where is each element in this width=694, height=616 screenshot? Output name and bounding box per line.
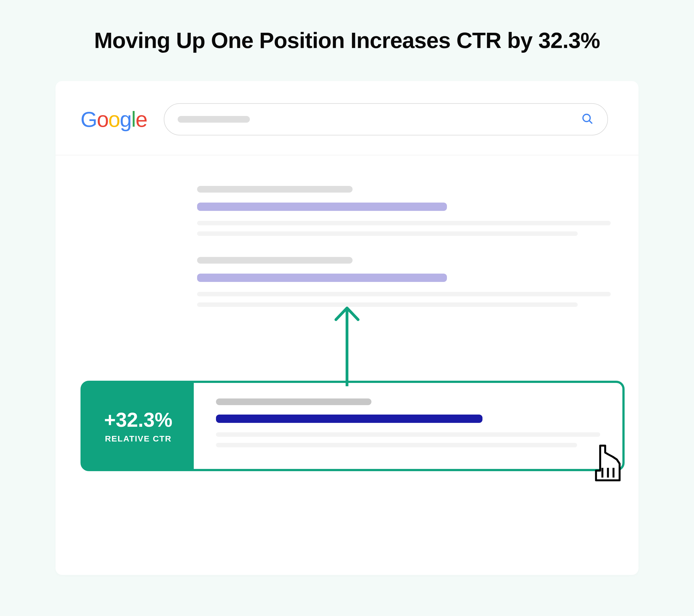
result-desc-skeleton — [197, 221, 611, 225]
search-icon[interactable] — [581, 112, 594, 127]
highlighted-result-content — [194, 383, 622, 469]
result-title-skeleton — [197, 274, 447, 282]
search-placeholder-skeleton — [178, 116, 250, 123]
result-url-skeleton — [197, 257, 352, 264]
ctr-label: RELATIVE CTR — [105, 434, 171, 443]
google-logo: G o o g l e — [80, 107, 147, 132]
result-desc-skeleton — [216, 432, 600, 437]
result-title-skeleton — [216, 414, 482, 423]
logo-letter: o — [108, 107, 120, 132]
page-title: Moving Up One Position Increases CTR by … — [56, 28, 638, 53]
logo-letter: G — [80, 107, 97, 132]
serp-card: G o o g l e — [56, 81, 638, 575]
result-url-skeleton — [216, 398, 371, 405]
result-desc-skeleton — [197, 231, 578, 236]
svg-line-1 — [589, 121, 592, 123]
highlighted-result: +32.3% RELATIVE CTR — [80, 381, 625, 471]
ctr-percentage: +32.3% — [104, 408, 172, 431]
result-item-1 — [197, 186, 611, 236]
result-item-2 — [197, 257, 611, 307]
logo-letter: o — [97, 107, 108, 132]
logo-letter: g — [120, 107, 131, 132]
logo-letter: e — [135, 107, 147, 132]
logo-letter: l — [131, 107, 135, 132]
result-desc-skeleton — [216, 443, 577, 447]
result-desc-skeleton — [197, 302, 578, 307]
result-title-skeleton — [197, 203, 447, 211]
result-url-skeleton — [197, 186, 352, 192]
result-desc-skeleton — [197, 292, 611, 296]
search-header: G o o g l e — [56, 81, 638, 155]
ctr-badge: +32.3% RELATIVE CTR — [83, 383, 194, 469]
cursor-pointer-icon — [586, 437, 631, 488]
search-input[interactable] — [164, 103, 608, 135]
arrow-up-icon — [330, 303, 364, 387]
